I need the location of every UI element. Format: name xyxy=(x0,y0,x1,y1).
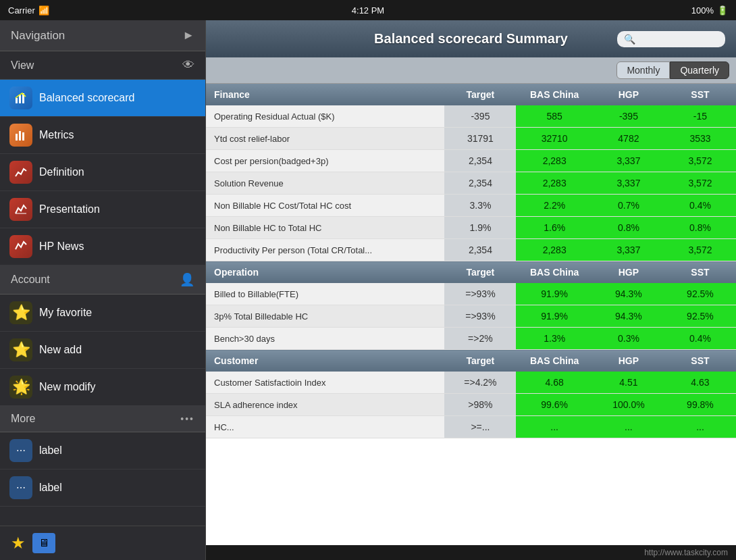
row-cell: 3,337 xyxy=(593,239,664,261)
row-cell: >98% xyxy=(444,394,516,416)
sidebar-item-label-1[interactable]: ⋯ label xyxy=(0,432,205,469)
row-cell: =>93% xyxy=(444,305,516,328)
search-icon: 🔍 xyxy=(624,34,635,45)
nav-title: Navigation xyxy=(11,29,65,43)
my-favorite-icon: ⭐ xyxy=(9,301,32,324)
sidebar-item-new-modify[interactable]: 🌟 New modify xyxy=(0,369,205,406)
section-header-operation: OperationTargetBAS ChinaHGPSST xyxy=(206,261,736,284)
row-cell: 2,354 xyxy=(444,150,516,172)
url-text: http://www.taskcity.com xyxy=(644,548,728,557)
account-header: Account 👤 xyxy=(0,265,205,295)
sidebar-bottom: ★ 🖥 xyxy=(0,526,205,560)
battery-icon: 🔋 xyxy=(717,5,728,16)
row-cell: ... xyxy=(593,416,664,438)
section-label-customer: Customer xyxy=(206,350,444,372)
label-2-text: label xyxy=(39,482,62,494)
row-cell: 1.9% xyxy=(444,217,516,239)
more-header: More ••• xyxy=(0,406,205,432)
sidebar-item-definition[interactable]: Definition xyxy=(0,154,205,191)
row-cell: 3,572 xyxy=(664,150,736,172)
col-header-hgp: HGP xyxy=(593,261,664,284)
sidebar-item-label-2[interactable]: ⋯ label xyxy=(0,469,205,507)
sidebar-item-hp-news[interactable]: HP News xyxy=(0,228,205,265)
row-cell: =>4.2% xyxy=(444,372,516,394)
sidebar-item-new-add[interactable]: ⭐ New add xyxy=(0,332,205,369)
more-dots-icon: ••• xyxy=(180,413,194,424)
new-modify-icon: 🌟 xyxy=(9,376,32,399)
table-container: FinanceTargetBAS ChinaHGPSSTOperating Re… xyxy=(206,84,736,545)
row-cell: -15 xyxy=(664,105,736,128)
status-left: Carrier 📶 xyxy=(8,5,49,16)
row-cell: 4782 xyxy=(593,128,664,150)
col-header-bas china: BAS China xyxy=(516,84,592,105)
metrics-label: Metrics xyxy=(39,129,74,141)
view-label: View xyxy=(11,59,34,72)
row-label: Solution Revenue xyxy=(206,172,444,195)
col-header-hgp: HGP xyxy=(593,84,664,105)
sidebar-item-my-favorite[interactable]: ⭐ My favorite xyxy=(0,295,205,332)
row-cell: 3533 xyxy=(664,128,736,150)
row-label: Operating Residual Actual ($K) xyxy=(206,105,444,128)
table-row: SLA adherence index>98%99.6%100.0%99.8% xyxy=(206,394,736,416)
col-header-hgp: HGP xyxy=(593,350,664,372)
row-cell: 4.51 xyxy=(593,372,664,394)
col-header-target: Target xyxy=(444,261,516,284)
label-2-icon: ⋯ xyxy=(9,476,32,499)
row-cell: 1.6% xyxy=(516,217,592,239)
table-row: HC...>=............ xyxy=(206,416,736,438)
monitor-button[interactable]: 🖥 xyxy=(32,533,55,553)
row-cell: 3.3% xyxy=(444,195,516,217)
row-label: HC... xyxy=(206,416,444,438)
table-row: Non Billable HC Cost/Total HC cost3.3%2.… xyxy=(206,195,736,217)
section-label-finance: Finance xyxy=(206,84,444,105)
table-row: 3p% Total Billedable HC=>93%91.9%94.3%92… xyxy=(206,305,736,328)
row-label: Ytd cost relief-labor xyxy=(206,128,444,150)
row-cell: 2.2% xyxy=(516,195,592,217)
url-bar: http://www.taskcity.com xyxy=(206,545,736,560)
sidebar: Navigation ► View 👁 Balanced scorecard M… xyxy=(0,20,206,560)
row-cell: 2,283 xyxy=(516,150,592,172)
row-cell: 0.8% xyxy=(664,217,736,239)
search-input[interactable] xyxy=(639,34,718,45)
presentation-icon xyxy=(9,198,32,221)
row-cell: 2,354 xyxy=(444,172,516,195)
row-label: Billed to Billable(FTE) xyxy=(206,283,444,305)
row-label: 3p% Total Billedable HC xyxy=(206,305,444,328)
row-cell: =>2% xyxy=(444,328,516,350)
monthly-toggle[interactable]: Monthly xyxy=(616,61,670,79)
section-label-operation: Operation xyxy=(206,261,444,284)
new-add-icon: ⭐ xyxy=(9,338,32,361)
table-row: Bench>30 days=>2%1.3%0.3%0.4% xyxy=(206,328,736,350)
row-label: SLA adherence index xyxy=(206,394,444,416)
quarterly-toggle[interactable]: Quarterly xyxy=(670,61,729,79)
search-bar[interactable]: 🔍 xyxy=(617,31,725,47)
carrier-label: Carrier xyxy=(8,5,35,16)
sidebar-item-presentation[interactable]: Presentation xyxy=(0,191,205,228)
svg-rect-3 xyxy=(16,134,18,141)
favorite-star-button[interactable]: ★ xyxy=(11,534,26,553)
sidebar-item-metrics[interactable]: Metrics xyxy=(0,117,205,154)
col-header-target: Target xyxy=(444,350,516,372)
status-right: 100% 🔋 xyxy=(691,5,728,16)
row-label: Productivity Per person (Total CR/Total.… xyxy=(206,239,444,261)
row-cell: 32710 xyxy=(516,128,592,150)
content-header: Balanced scorecard Summary 🔍 xyxy=(206,20,736,57)
status-time: 4:12 PM xyxy=(352,5,384,16)
row-cell: 4.63 xyxy=(664,372,736,394)
row-cell: 94.3% xyxy=(593,305,664,328)
view-row[interactable]: View 👁 xyxy=(0,51,205,80)
row-cell: 94.3% xyxy=(593,283,664,305)
table-row: Non Billable HC to Total HC1.9%1.6%0.8%0… xyxy=(206,217,736,239)
row-cell: 31791 xyxy=(444,128,516,150)
sidebar-item-balanced-scorecard[interactable]: Balanced scorecard xyxy=(0,80,205,117)
account-icon: 👤 xyxy=(180,272,194,287)
row-cell: 3,337 xyxy=(593,172,664,195)
svg-rect-1 xyxy=(19,95,21,103)
table-row: Billed to Billable(FTE)=>93%91.9%94.3%92… xyxy=(206,283,736,305)
row-cell: 3,572 xyxy=(664,239,736,261)
row-cell: 2,354 xyxy=(444,239,516,261)
row-cell: ... xyxy=(516,416,592,438)
table-row: Productivity Per person (Total CR/Total.… xyxy=(206,239,736,261)
nav-arrow-icon[interactable]: ► xyxy=(182,28,194,43)
metrics-icon xyxy=(9,124,32,147)
